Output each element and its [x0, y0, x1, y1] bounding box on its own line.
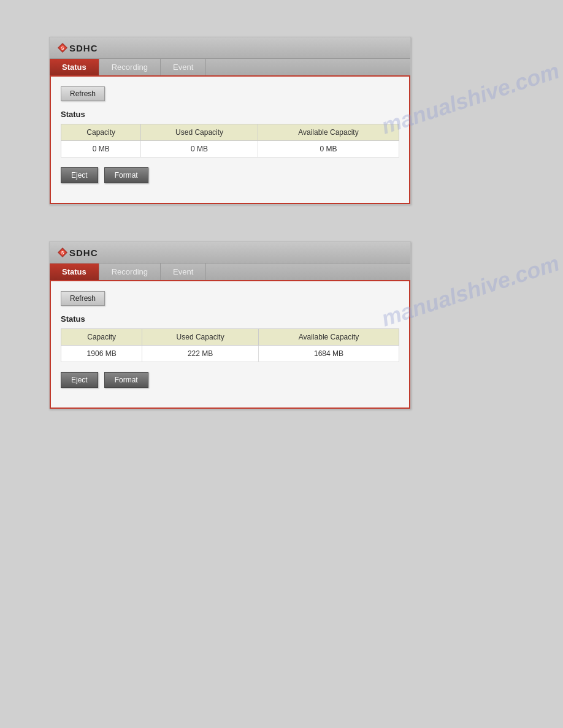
panel-1-wrapper: S SDHC Status Recording Event Refresh St…	[49, 37, 514, 205]
panel-1-col-capacity: Capacity	[61, 124, 141, 141]
panel-2-tab-status[interactable]: Status	[50, 264, 99, 280]
panel-2-action-buttons: Eject Format	[61, 372, 399, 398]
panel-2-wrapper: S SDHC Status Recording Event Refresh St…	[49, 241, 514, 409]
panel-2-col-capacity: Capacity	[61, 329, 142, 346]
panel-1-available-value: 0 MB	[258, 141, 399, 157]
panel-2-refresh-button[interactable]: Refresh	[61, 291, 105, 306]
sdhc-logo-icon-2: S	[57, 247, 68, 258]
panel-2-col-used: Used Capacity	[142, 329, 259, 346]
panel-1-tab-recording[interactable]: Recording	[99, 59, 161, 75]
panel-1-status-table: Capacity Used Capacity Available Capacit…	[61, 124, 399, 157]
panel-1: S SDHC Status Recording Event Refresh St…	[49, 37, 411, 205]
panel-2-capacity-value: 1906 MB	[61, 346, 142, 362]
panel-2-col-available: Available Capacity	[259, 329, 399, 346]
panel-1-action-buttons: Eject Format	[61, 167, 399, 193]
panel-1-col-used: Used Capacity	[141, 124, 258, 141]
table-row: 1906 MB 222 MB 1684 MB	[61, 346, 399, 362]
panel-1-refresh-button[interactable]: Refresh	[61, 86, 105, 101]
panel-2-available-value: 1684 MB	[259, 346, 399, 362]
panel-1-col-available: Available Capacity	[258, 124, 399, 141]
panel-2-header: S SDHC	[50, 242, 410, 264]
panel-2-tab-event[interactable]: Event	[161, 264, 206, 280]
table-row: 0 MB 0 MB 0 MB	[61, 141, 399, 157]
panel-2-status-table: Capacity Used Capacity Available Capacit…	[61, 328, 399, 362]
panel-1-format-button[interactable]: Format	[104, 167, 148, 183]
panel-2-tab-recording[interactable]: Recording	[99, 264, 161, 280]
panel-2-status-label: Status	[61, 314, 399, 324]
panel-1-tab-event[interactable]: Event	[161, 59, 206, 75]
panel-2-logo-text: SDHC	[69, 248, 98, 258]
panel-1-used-value: 0 MB	[141, 141, 258, 157]
svg-text:S: S	[61, 251, 64, 255]
sdhc-logo-icon: S	[57, 42, 68, 53]
panel-1-tabs: Status Recording Event	[50, 59, 410, 75]
panel-1-eject-button[interactable]: Eject	[61, 167, 98, 183]
panel-2-logo: S SDHC	[57, 247, 98, 258]
panel-2-content: Refresh Status Capacity Used Capacity Av…	[50, 280, 410, 409]
panel-2-tabs: Status Recording Event	[50, 264, 410, 280]
panel-2: S SDHC Status Recording Event Refresh St…	[49, 241, 411, 409]
panel-1-content: Refresh Status Capacity Used Capacity Av…	[50, 75, 410, 204]
panel-1-status-label: Status	[61, 110, 399, 119]
panel-1-header: S SDHC	[50, 37, 410, 59]
panel-2-format-button[interactable]: Format	[104, 372, 148, 388]
svg-text:S: S	[61, 46, 64, 50]
panel-2-eject-button[interactable]: Eject	[61, 372, 98, 388]
panel-1-logo: S SDHC	[57, 42, 98, 53]
panel-1-logo-text: SDHC	[69, 43, 98, 53]
panel-1-tab-status[interactable]: Status	[50, 59, 99, 75]
panel-1-capacity-value: 0 MB	[61, 141, 141, 157]
panel-2-used-value: 222 MB	[142, 346, 259, 362]
